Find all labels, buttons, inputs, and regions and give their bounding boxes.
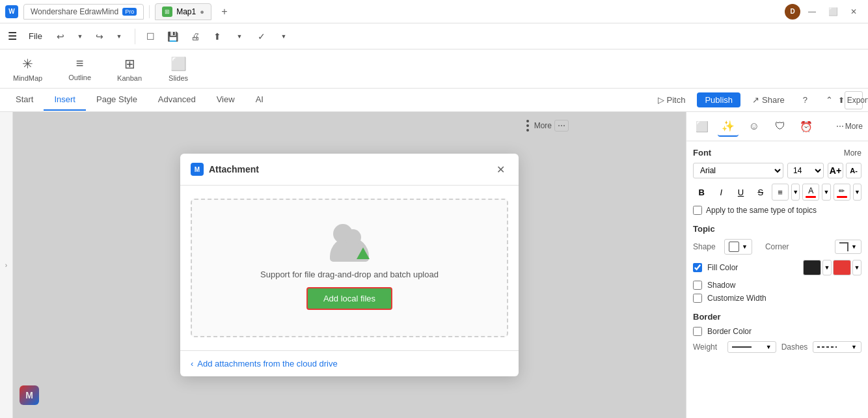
tab-pagestyle[interactable]: Page Style bbox=[86, 89, 148, 111]
map-tab-icon: ⊞ bbox=[162, 7, 172, 17]
modified-dot: ● bbox=[200, 8, 204, 16]
undo-button[interactable]: ↩ bbox=[51, 27, 70, 46]
tab-ai[interactable]: AI bbox=[245, 89, 274, 111]
panel-icon-clock[interactable]: ⏰ bbox=[796, 116, 817, 137]
font-color-dropdown[interactable]: ▼ bbox=[822, 184, 830, 201]
file-menu[interactable]: File bbox=[23, 29, 47, 44]
border-color-checkbox[interactable] bbox=[693, 327, 702, 336]
dashes-select[interactable]: ▼ bbox=[813, 341, 861, 353]
fill-dark-arrow[interactable]: ▼ bbox=[822, 260, 832, 275]
panel-icon-emoji[interactable]: ☺ bbox=[744, 116, 765, 137]
export-top-button[interactable]: ⬆ Export bbox=[845, 91, 863, 109]
redo-arrow[interactable]: ▼ bbox=[110, 27, 128, 46]
outline-tool[interactable]: ≡ Outline bbox=[63, 53, 96, 84]
import-arrow[interactable]: ▼ bbox=[230, 27, 249, 46]
font-size-select[interactable]: 14 bbox=[787, 163, 824, 178]
format-row: B I U S ≡ ▼ A ▼ ✏ ▼ bbox=[693, 184, 861, 201]
font-color-button[interactable]: A bbox=[802, 184, 819, 201]
redo-button[interactable]: ↪ bbox=[90, 27, 109, 46]
underline-button[interactable]: U bbox=[732, 184, 749, 201]
tab-insert[interactable]: Insert bbox=[44, 89, 86, 111]
canvas-area[interactable]: More ⋯ Ma... M M Attachment ✕ bbox=[13, 112, 686, 418]
left-panel-toggle[interactable]: › bbox=[0, 112, 13, 418]
panel-icon-magic[interactable]: ✨ bbox=[718, 116, 739, 137]
main-layout: › More ⋯ Ma... M M At bbox=[0, 112, 868, 418]
italic-button[interactable]: I bbox=[712, 184, 729, 201]
hamburger-menu[interactable]: ☰ bbox=[5, 27, 20, 45]
undo-arrow[interactable]: ▼ bbox=[71, 27, 89, 46]
highlight-color-button[interactable]: ✏ bbox=[834, 184, 850, 201]
mindmap-icon: ✳ bbox=[22, 56, 33, 72]
export-button[interactable]: ✓ bbox=[252, 27, 271, 46]
shape-row: Shape ▼ Corner ▼ bbox=[693, 239, 861, 255]
app-tab[interactable]: Wondershare EdrawMind Pro bbox=[23, 4, 144, 20]
dashes-label: Dashes bbox=[781, 342, 808, 352]
font-family-select[interactable]: Arial bbox=[693, 163, 783, 178]
shadow-checkbox[interactable] bbox=[693, 281, 702, 290]
apply-checkbox[interactable] bbox=[693, 206, 702, 215]
close-button[interactable]: ✕ bbox=[845, 4, 863, 20]
customize-width-label: Customize Width bbox=[707, 294, 766, 303]
font-family-row: Arial 14 A+ A- bbox=[693, 163, 861, 178]
menu-left: ☰ File ↩ ▼ ↪ ▼ ☐ 💾 🖨 ⬆ ▼ ✓ ▼ bbox=[5, 27, 293, 46]
export-label: Export bbox=[847, 96, 868, 105]
slides-tool[interactable]: ⬜ Slides bbox=[163, 53, 194, 85]
drop-zone[interactable]: Support for file drag-and-drop and batch… bbox=[191, 199, 508, 337]
map-tab[interactable]: ⊞ Map1 ● bbox=[155, 3, 211, 20]
tab-view[interactable]: View bbox=[206, 89, 245, 111]
modal-overlay: M Attachment ✕ bbox=[13, 112, 686, 418]
corner-select[interactable]: ▼ bbox=[835, 240, 861, 254]
mindmap-label: MindMap bbox=[13, 74, 42, 82]
weight-select[interactable]: ▼ bbox=[727, 341, 776, 353]
tab-advanced[interactable]: Advanced bbox=[148, 89, 206, 111]
add-local-files-button[interactable]: Add local files bbox=[306, 287, 392, 310]
import-button[interactable]: ⬆ bbox=[208, 27, 226, 46]
modal-header: M Attachment ✕ bbox=[180, 154, 519, 186]
highlight-dropdown[interactable]: ▼ bbox=[853, 184, 861, 201]
fill-red-arrow[interactable]: ▼ bbox=[852, 260, 861, 275]
pitch-button[interactable]: ▷ Pitch bbox=[651, 92, 692, 107]
app-name: Wondershare EdrawMind bbox=[31, 7, 118, 16]
divider bbox=[149, 5, 150, 18]
help-button[interactable]: ? bbox=[796, 92, 814, 107]
save-button[interactable]: 💾 bbox=[164, 27, 182, 46]
panel-more-button[interactable]: ⋯ More bbox=[836, 122, 863, 131]
fill-red-swatch[interactable] bbox=[833, 260, 851, 275]
new-tab-button[interactable]: + bbox=[217, 4, 232, 20]
pitch-label: Pitch bbox=[667, 95, 686, 105]
customize-width-checkbox[interactable] bbox=[693, 294, 702, 303]
align-dropdown[interactable]: ▼ bbox=[791, 184, 800, 201]
strikethrough-button[interactable]: S bbox=[752, 184, 769, 201]
fill-dark-swatch[interactable] bbox=[803, 260, 821, 275]
fill-color-checkbox[interactable] bbox=[693, 263, 702, 272]
shape-select[interactable]: ▼ bbox=[724, 239, 752, 255]
modal-close-button[interactable]: ✕ bbox=[493, 161, 508, 177]
expand-button[interactable]: ⌃ bbox=[819, 92, 839, 107]
font-more[interactable]: More bbox=[844, 148, 861, 158]
mindmap-tool[interactable]: ✳ MindMap bbox=[8, 53, 47, 85]
tab-start[interactable]: Start bbox=[5, 89, 44, 111]
minimize-button[interactable]: — bbox=[803, 4, 821, 20]
app-logo: W bbox=[5, 5, 18, 18]
print-button[interactable]: 🖨 bbox=[186, 27, 204, 46]
bold-button[interactable]: B bbox=[693, 184, 710, 201]
cloud-link[interactable]: ‹ Add attachments from the cloud drive bbox=[191, 359, 338, 369]
kanban-tool[interactable]: ⊞ Kanban bbox=[112, 53, 147, 85]
dashes-icon bbox=[817, 346, 837, 348]
align-button[interactable]: ≡ bbox=[772, 184, 789, 201]
history-button[interactable]: ☐ bbox=[142, 27, 160, 46]
share-button[interactable]: ↗ Share bbox=[746, 92, 791, 107]
font-color-icon: A bbox=[808, 186, 813, 195]
panel-icon-shield[interactable]: 🛡 bbox=[770, 116, 791, 137]
panel-icon-shape[interactable]: ⬜ bbox=[692, 116, 712, 137]
export-arrow[interactable]: ▼ bbox=[275, 27, 293, 46]
publish-button[interactable]: Publish bbox=[697, 92, 740, 107]
font-size-buttons: A+ A- bbox=[828, 163, 861, 178]
slides-label: Slides bbox=[169, 74, 188, 82]
font-increase-button[interactable]: A+ bbox=[828, 163, 843, 178]
maximize-button[interactable]: ⬜ bbox=[824, 4, 842, 20]
right-panel: ⬜ ✨ ☺ 🛡 ⏰ ⋯ More Font More Arial bbox=[686, 112, 868, 418]
topic-section-header: Topic bbox=[693, 224, 861, 234]
panel-content: Font More Arial 14 A+ A- B bbox=[686, 141, 868, 359]
font-decrease-button[interactable]: A- bbox=[846, 163, 861, 178]
